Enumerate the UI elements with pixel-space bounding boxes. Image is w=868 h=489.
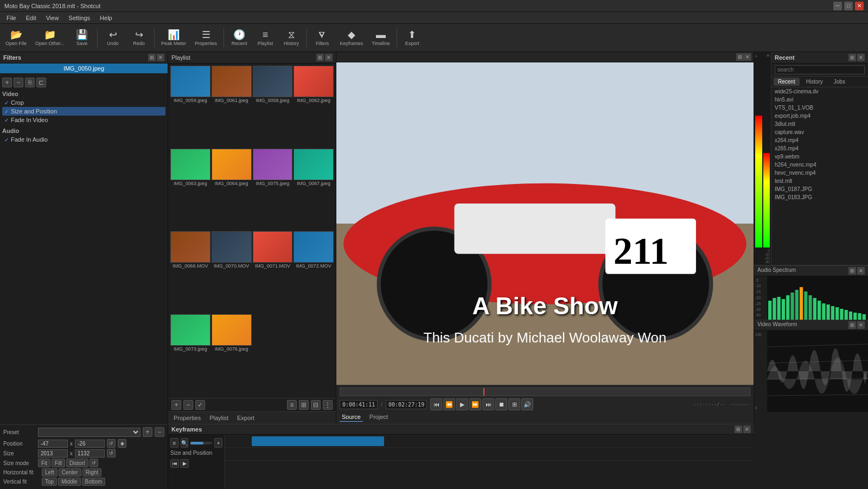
- list-item[interactable]: x265.mp4: [771, 144, 868, 153]
- vw-dock-button[interactable]: ⊞: [848, 321, 856, 329]
- position-y-input[interactable]: [75, 440, 105, 448]
- open-other-button[interactable]: 📁 Open Other...: [32, 28, 68, 48]
- playlist-filmstrip-button[interactable]: ⊟: [311, 400, 321, 410]
- tab-recent[interactable]: Recent: [774, 78, 800, 86]
- grid-button[interactable]: ⊞: [508, 398, 520, 410]
- timeline-button[interactable]: ▬ Timeline: [368, 28, 393, 48]
- keyframes-dock-button[interactable]: ⊞: [735, 426, 742, 433]
- tab-playlist[interactable]: Playlist: [207, 414, 231, 422]
- h-fit-right[interactable]: Right: [82, 468, 101, 477]
- preview-dock-button[interactable]: ⊞: [736, 53, 744, 61]
- position-reset[interactable]: ↺: [107, 439, 116, 448]
- h-fit-left[interactable]: Left: [42, 468, 58, 477]
- tab-export[interactable]: Export: [235, 414, 257, 422]
- filters-dock-button[interactable]: ⊞: [148, 54, 156, 61]
- tab-project[interactable]: Project: [367, 412, 390, 422]
- tab-history[interactable]: History: [802, 78, 827, 86]
- list-item[interactable]: IMG_0076.jpeg: [212, 314, 252, 396]
- size-h-input[interactable]: [75, 449, 105, 458]
- preset-add[interactable]: +: [143, 427, 152, 437]
- preset-select[interactable]: [38, 428, 141, 437]
- list-item[interactable]: IMG_0071.MOV: [253, 231, 293, 313]
- filter-crop[interactable]: ✓ Crop: [2, 98, 165, 107]
- preview-timeline[interactable]: [340, 388, 750, 396]
- list-item[interactable]: VTS_01_1.VOB: [771, 104, 868, 112]
- maximize-button[interactable]: □: [844, 2, 853, 10]
- size-mode-fill[interactable]: Fill: [52, 459, 65, 467]
- kf-clip-1[interactable]: [252, 436, 384, 446]
- menu-edit[interactable]: Edit: [22, 14, 41, 22]
- preset-remove[interactable]: −: [155, 427, 164, 437]
- undo-button[interactable]: ↩ Undo: [101, 28, 125, 48]
- menu-help[interactable]: Help: [95, 14, 117, 22]
- v-fit-top[interactable]: Top: [42, 478, 57, 486]
- playlist-add-button[interactable]: +: [171, 400, 181, 410]
- playlist-list-view-button[interactable]: ≡: [287, 400, 297, 410]
- add-filter-button[interactable]: +: [2, 78, 12, 87]
- filter-size-position[interactable]: ✓ Size and Position: [2, 107, 165, 116]
- vw-close-button[interactable]: ✕: [857, 321, 865, 329]
- audio-spectrum-close-button[interactable]: ✕: [857, 267, 865, 275]
- list-item[interactable]: IMG_0183.JPG: [771, 193, 868, 201]
- remove-filter-button[interactable]: −: [14, 78, 23, 87]
- playlist-remove-button[interactable]: −: [183, 400, 193, 410]
- size-mode-reset[interactable]: ↺: [90, 459, 98, 467]
- play-button[interactable]: ▶: [456, 398, 468, 410]
- recent-search-input[interactable]: [775, 65, 865, 74]
- skip-back-button[interactable]: ⏪: [443, 398, 455, 410]
- size-mode-fit[interactable]: Fit: [38, 459, 50, 467]
- v-fit-bottom[interactable]: Bottom: [82, 478, 106, 486]
- paste-filter-button[interactable]: ⊏: [36, 78, 46, 87]
- open-file-button[interactable]: 📂 Open File: [2, 28, 30, 48]
- size-mode-distort[interactable]: Distort: [66, 459, 88, 467]
- playlist-more-button[interactable]: ⋮: [323, 400, 333, 410]
- minimize-button[interactable]: ─: [833, 2, 842, 10]
- menu-view[interactable]: View: [42, 14, 63, 22]
- list-item[interactable]: IMG_0073.jpeg: [170, 314, 210, 396]
- keyframes-button[interactable]: ◆ Keyframes: [336, 28, 366, 48]
- list-item[interactable]: h264_nvenc.mp4: [771, 161, 868, 169]
- copy-filter-button[interactable]: ⎘: [25, 78, 35, 87]
- list-item[interactable]: IMG_0187.JPG: [771, 185, 868, 193]
- kf-prev-btn[interactable]: ⏮: [170, 459, 179, 468]
- list-item[interactable]: IMG_0062.jpeg: [293, 66, 334, 148]
- v-fit-middle[interactable]: Middle: [58, 478, 80, 486]
- list-item[interactable]: IMG_0070.MOV: [212, 231, 252, 313]
- list-item[interactable]: test.mlt: [771, 177, 868, 185]
- filters-button[interactable]: ⛛ Filters: [310, 28, 334, 48]
- size-reset[interactable]: ↺: [107, 449, 116, 458]
- history-button[interactable]: ⧖ History: [279, 28, 303, 48]
- h-fit-center[interactable]: Center: [59, 468, 81, 477]
- kf-play-btn[interactable]: ▶: [180, 459, 189, 468]
- next-frame-button[interactable]: ⏭: [482, 398, 494, 410]
- list-item[interactable]: export.job.mp4: [771, 112, 868, 120]
- kf-menu-btn[interactable]: ≡: [170, 438, 178, 448]
- list-item[interactable]: vp9.webm: [771, 153, 868, 161]
- peak-meter-button[interactable]: 📊 Peak Meter: [158, 28, 189, 48]
- list-item[interactable]: IMG_0063.jpeg: [170, 149, 210, 231]
- volume-button[interactable]: 🔊: [521, 398, 533, 410]
- tab-source[interactable]: Source: [340, 412, 363, 422]
- list-item[interactable]: hevc_nvenc.mp4: [771, 169, 868, 177]
- export-button[interactable]: ⬆ Export: [400, 28, 424, 48]
- kf-zoom-bar[interactable]: [190, 442, 212, 444]
- playlist-button[interactable]: ≡ Playlist: [253, 28, 277, 48]
- stop-button[interactable]: ⏹: [495, 398, 507, 410]
- filter-fade-in-video[interactable]: ✓ Fade In Video: [2, 116, 165, 124]
- skip-fwd-button[interactable]: ⏩: [469, 398, 481, 410]
- menu-settings[interactable]: Settings: [64, 14, 94, 22]
- list-item[interactable]: IMG_0061.jpeg: [212, 66, 252, 148]
- preview-close-button[interactable]: ✕: [744, 53, 751, 61]
- save-button[interactable]: 💾 Save: [70, 28, 94, 48]
- list-item[interactable]: capture.wav: [771, 128, 868, 136]
- filters-close-button[interactable]: ✕: [157, 54, 164, 61]
- size-w-input[interactable]: [38, 449, 68, 458]
- list-item[interactable]: hin5.avi: [771, 96, 868, 104]
- redo-button[interactable]: ↪ Redo: [127, 28, 151, 48]
- time-current[interactable]: 0:00:41:11: [340, 400, 378, 409]
- list-item[interactable]: IMG_0066.MOV: [170, 231, 210, 313]
- tab-jobs[interactable]: Jobs: [829, 78, 850, 86]
- keyframes-close-button[interactable]: ✕: [743, 426, 751, 433]
- recent-button[interactable]: 🕐 Recent: [227, 28, 251, 48]
- list-item[interactable]: IMG_0072.MOV: [293, 231, 334, 313]
